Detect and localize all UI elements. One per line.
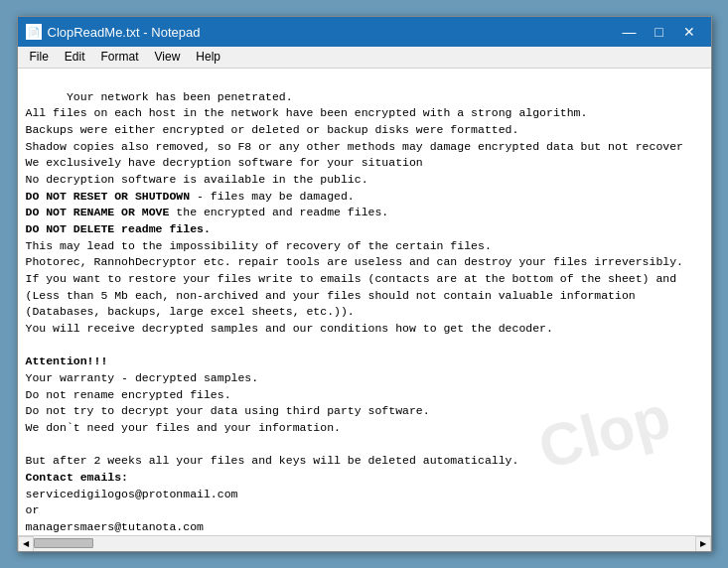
notepad-window: 📄 ClopReadMe.txt - Notepad — □ ✕ File Ed… xyxy=(17,16,712,552)
menu-view[interactable]: View xyxy=(147,49,189,66)
app-icon: 📄 xyxy=(26,24,42,40)
watermark: Clop xyxy=(529,373,679,492)
minimize-button[interactable]: — xyxy=(616,21,644,43)
menu-bar: File Edit Format View Help xyxy=(18,47,711,69)
scrollbar-track[interactable] xyxy=(34,536,695,551)
title-bar: 📄 ClopReadMe.txt - Notepad — □ ✕ xyxy=(18,17,711,47)
horizontal-scrollbar: ◀ ▶ xyxy=(18,535,711,551)
window-title: ClopReadMe.txt - Notepad xyxy=(48,25,201,40)
menu-format[interactable]: Format xyxy=(93,49,147,66)
ransom-note-text: Your network has been penetrated. All fi… xyxy=(26,90,684,535)
scrollbar-thumb[interactable] xyxy=(34,538,93,548)
close-button[interactable]: ✕ xyxy=(675,21,703,43)
scroll-left-button[interactable]: ◀ xyxy=(18,536,34,552)
content-area: Your network has been penetrated. All fi… xyxy=(18,69,711,551)
title-bar-left: 📄 ClopReadMe.txt - Notepad xyxy=(26,24,201,40)
maximize-button[interactable]: □ xyxy=(646,21,673,43)
menu-help[interactable]: Help xyxy=(188,49,228,66)
title-bar-controls: — □ ✕ xyxy=(616,21,703,43)
text-content[interactable]: Your network has been penetrated. All fi… xyxy=(18,69,711,535)
menu-edit[interactable]: Edit xyxy=(57,49,93,66)
menu-file[interactable]: File xyxy=(22,49,57,66)
scroll-right-button[interactable]: ▶ xyxy=(695,536,711,552)
